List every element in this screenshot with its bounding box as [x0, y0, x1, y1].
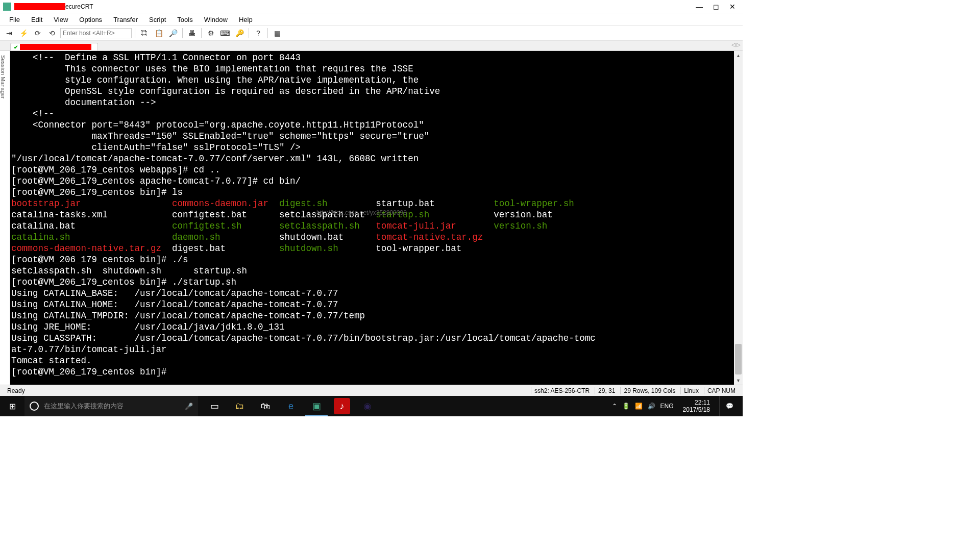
status-caps: CAP NUM: [704, 387, 739, 394]
menu-script[interactable]: Script: [144, 15, 171, 24]
menu-window[interactable]: Window: [199, 15, 233, 24]
windows-taskbar: ⊞ 在这里输入你要搜索的内容 🎤 ▭ 🗂 🛍 e ▣ ♪ ◉ ⌃ 🔋 📶 🔊 E…: [0, 396, 743, 416]
print-icon[interactable]: 🖶: [186, 27, 198, 39]
tray-volume-icon[interactable]: 🔊: [648, 403, 655, 410]
minimize-button[interactable]: —: [696, 3, 703, 11]
connected-check-icon: ✔: [14, 44, 18, 50]
maximize-button[interactable]: ◻: [713, 3, 719, 11]
tab-nav-left-icon[interactable]: ◁: [731, 42, 736, 47]
status-emulation: Linux: [680, 387, 702, 394]
store-icon[interactable]: 🛍: [253, 396, 278, 416]
status-bar: Ready ssh2: AES-256-CTR 29, 31 29 Rows, …: [0, 385, 743, 396]
menubar: File Edit View Options Transfer Script T…: [0, 13, 743, 26]
key-icon[interactable]: 🔑: [233, 27, 246, 39]
toggle-icon[interactable]: ▦: [271, 27, 283, 39]
keyboard-icon[interactable]: ⌨: [219, 27, 231, 39]
window-titlebar: ecureCRT — ◻ ✕: [0, 0, 743, 13]
watermark-text: http://blog.csdn.net/yx352890098: [316, 209, 407, 216]
securecrt-taskbar-icon[interactable]: ▣: [304, 396, 329, 416]
session-manager-strip[interactable]: Session Manager: [0, 51, 10, 385]
file-explorer-icon[interactable]: 🗂: [228, 396, 252, 416]
clock-time: 22:11: [683, 399, 710, 406]
app-icon: [3, 3, 11, 11]
clock-date: 2017/5/18: [683, 406, 710, 413]
connect-icon[interactable]: ⇥: [3, 27, 15, 39]
status-ready: Ready: [4, 387, 529, 394]
paste-icon[interactable]: 📋: [153, 27, 165, 39]
disconnect-icon[interactable]: ⟲: [46, 27, 58, 39]
taskbar-search[interactable]: 在这里输入你要搜索的内容 🎤: [24, 396, 198, 416]
search-placeholder: 在这里输入你要搜索的内容: [44, 402, 124, 411]
reconnect-icon[interactable]: ⟳: [32, 27, 44, 39]
help-icon[interactable]: ?: [252, 27, 264, 39]
close-button[interactable]: ✕: [729, 3, 736, 11]
separator: [249, 28, 249, 38]
edge-icon[interactable]: e: [279, 396, 303, 416]
tab-label-redacted: [20, 44, 91, 50]
menu-tools[interactable]: Tools: [172, 15, 198, 24]
find-icon[interactable]: 🔎: [167, 27, 179, 39]
eclipse-icon[interactable]: ◉: [355, 396, 380, 416]
title-redacted: [14, 3, 65, 10]
separator: [201, 28, 202, 38]
menu-transfer[interactable]: Transfer: [108, 15, 143, 24]
tab-nav-right-icon[interactable]: ▷: [737, 42, 741, 47]
menu-edit[interactable]: Edit: [26, 15, 47, 24]
status-cursor: 29, 31: [595, 387, 618, 394]
separator: [267, 28, 268, 38]
status-protocol: ssh2: AES-256-CTR: [531, 387, 593, 394]
toolbar: ⇥ ⚡ ⟳ ⟲ ⿻ 📋 🔎 🖶 ⚙ ⌨ 🔑 ? ▦: [0, 26, 743, 41]
scrollbar-thumb[interactable]: [735, 344, 742, 374]
tray-chevron-icon[interactable]: ⌃: [612, 403, 617, 410]
terminal-pane[interactable]: <!-- Define a SSL HTTP/1.1 Connector on …: [10, 51, 743, 385]
scroll-up-icon[interactable]: ▲: [734, 51, 743, 60]
tray-power-icon[interactable]: 🔋: [622, 403, 630, 410]
separator: [182, 28, 183, 38]
taskbar-clock[interactable]: 22:11 2017/5/18: [679, 399, 714, 413]
scrollbar[interactable]: ▲ ▼: [734, 51, 743, 385]
menu-file[interactable]: File: [4, 15, 25, 24]
tray-ime-icon[interactable]: ENG: [660, 403, 674, 410]
copy-icon[interactable]: ⿻: [138, 27, 151, 39]
scroll-down-icon[interactable]: ▼: [734, 376, 743, 385]
netease-music-icon[interactable]: ♪: [334, 398, 350, 414]
cortana-icon: [30, 402, 39, 411]
separator: [135, 28, 135, 38]
action-center-icon[interactable]: 💬: [719, 396, 740, 416]
quick-connect-icon[interactable]: ⚡: [17, 27, 30, 39]
session-tab[interactable]: ✔: [10, 43, 98, 51]
settings-icon[interactable]: ⚙: [205, 27, 217, 39]
menu-help[interactable]: Help: [234, 15, 258, 24]
app-title-suffix: ecureCRT: [65, 3, 93, 10]
task-view-icon[interactable]: ▭: [202, 396, 227, 416]
status-dimensions: 29 Rows, 109 Cols: [620, 387, 678, 394]
host-input[interactable]: [60, 28, 132, 38]
menu-options[interactable]: Options: [74, 15, 107, 24]
tab-bar: ✔ ◁ ▷: [0, 41, 743, 51]
menu-view[interactable]: View: [48, 15, 73, 24]
start-button[interactable]: ⊞: [0, 396, 24, 416]
tray-wifi-icon[interactable]: 📶: [635, 403, 643, 410]
